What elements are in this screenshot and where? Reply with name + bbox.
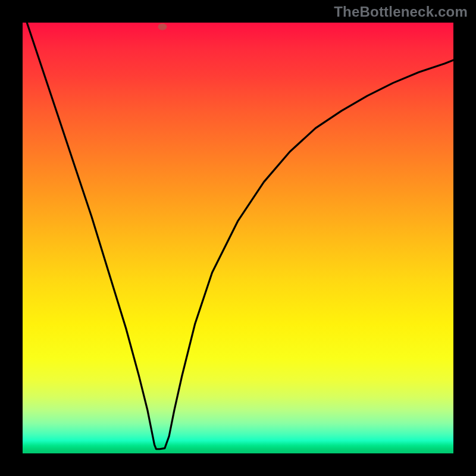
plot-area xyxy=(23,23,453,453)
chart-frame: TheBottleneck.com xyxy=(0,0,476,476)
watermark-text: TheBottleneck.com xyxy=(334,4,468,20)
watermark-link[interactable]: TheBottleneck.com xyxy=(334,4,468,20)
minimum-marker xyxy=(158,23,167,30)
background-gradient xyxy=(23,23,453,453)
